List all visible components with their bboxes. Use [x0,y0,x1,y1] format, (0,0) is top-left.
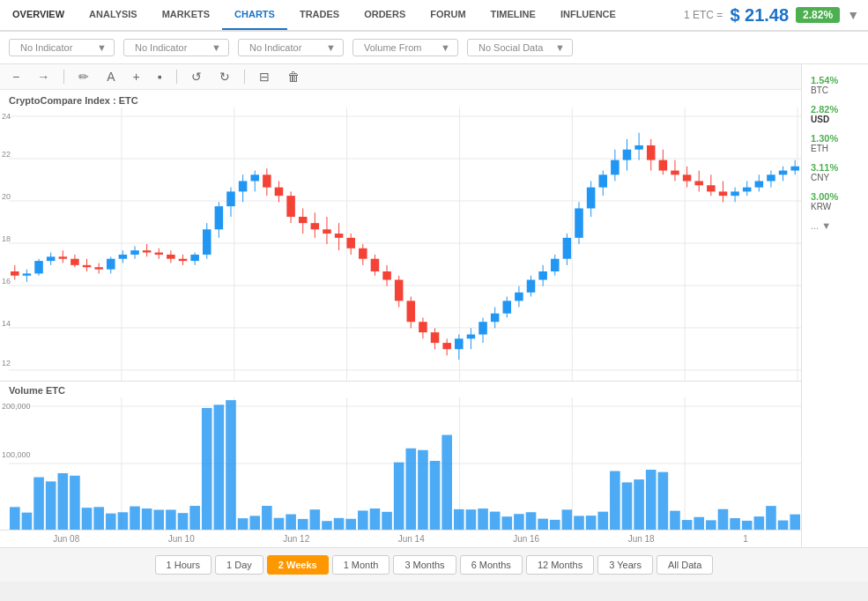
time-alldata[interactable]: All Data [657,555,714,575]
svg-rect-215 [742,521,753,530]
svg-rect-15 [11,271,19,276]
price-value: $ 21.48 [730,5,789,26]
svg-rect-27 [83,265,92,267]
svg-rect-95 [491,314,500,323]
svg-rect-194 [490,512,501,530]
tool-redo[interactable]: ↻ [216,68,234,85]
svg-rect-157 [46,481,56,530]
price-change-badge: 2.82% [796,7,840,23]
time-1hours[interactable]: 1 Hours [155,555,212,575]
tab-orders[interactable]: ORDERS [352,0,418,30]
tool-pen[interactable]: ✏ [75,68,93,85]
svg-rect-204 [610,471,620,530]
tab-analysis[interactable]: ANALYSIS [77,0,150,30]
time-1day[interactable]: 1 Day [215,555,263,575]
svg-rect-145 [790,167,799,171]
indicator-select-2[interactable]: No Indicator▼ [123,39,229,56]
price-dropdown[interactable]: ▼ [847,8,859,22]
tab-markets[interactable]: MARKETS [150,0,222,30]
indicator-select-1[interactable]: No Indicator▼ [9,39,115,56]
time-3years[interactable]: 3 Years [597,555,653,575]
main-area: − → ✏ A + ▪ ↺ ↻ ⊟ 🗑 CryptoCompare Index … [0,64,868,547]
svg-rect-25 [70,259,79,265]
vol-label-200k: 200,000 [2,402,31,411]
svg-rect-208 [658,472,669,530]
currency-cny[interactable]: 3.11% CNY [805,159,864,186]
svg-rect-109 [575,208,583,237]
currency-krw[interactable]: 3.00% KRW [805,188,864,215]
time-2weeks[interactable]: 2 Weeks [267,555,329,575]
currency-eth[interactable]: 1.30% ETH [805,130,864,157]
svg-rect-201 [574,516,584,530]
svg-rect-197 [526,512,537,530]
svg-rect-85 [431,332,440,343]
svg-rect-67 [323,229,331,234]
indicator-bar: No Indicator▼ No Indicator▼ No Indicator… [0,32,868,64]
currency-usd[interactable]: 2.82% USD [805,100,864,128]
svg-rect-33 [119,255,128,259]
svg-rect-196 [514,514,524,530]
svg-rect-51 [226,191,235,206]
svg-rect-156 [33,478,44,530]
tab-trades[interactable]: TRADES [287,0,352,30]
svg-rect-175 [262,506,272,530]
tool-plus[interactable]: + [130,68,144,85]
svg-rect-83 [419,322,427,332]
svg-rect-21 [47,256,56,261]
tab-influence[interactable]: INFLUENCE [548,0,628,30]
time-1month[interactable]: 1 Month [332,555,390,575]
svg-rect-171 [214,404,225,530]
tab-timeline[interactable]: TIMELINE [479,0,548,30]
tab-overview[interactable]: OVERVIEW [0,0,77,30]
price-chart[interactable]: 24 22 20 18 16 14 12 [0,108,801,381]
time-12months[interactable]: 12 Months [526,555,594,575]
tab-charts[interactable]: CHARTS [222,0,287,30]
svg-rect-195 [501,516,512,530]
svg-rect-87 [442,343,451,349]
svg-rect-77 [382,271,391,280]
svg-rect-165 [142,508,152,530]
svg-rect-53 [239,181,248,191]
svg-rect-193 [478,508,488,530]
svg-rect-127 [683,174,692,181]
svg-rect-113 [598,174,607,187]
svg-rect-131 [707,185,716,191]
indicator-select-4[interactable]: Volume From▼ [352,39,458,56]
svg-rect-219 [790,515,800,530]
time-6months[interactable]: 6 Months [460,555,523,575]
tab-forum[interactable]: FORUM [418,0,478,30]
svg-rect-186 [394,463,404,530]
svg-rect-29 [94,267,103,269]
top-navigation: OVERVIEW ANALYSIS MARKETS CHARTS TRADES … [0,0,868,32]
time-3months[interactable]: 3 Months [393,555,456,575]
tool-undo[interactable]: ↺ [188,68,205,85]
svg-rect-198 [538,519,548,530]
price-chart-svg [9,108,801,381]
tool-save[interactable]: ⊟ [256,68,273,85]
price-area: 1 ETC = $ 21.48 2.82% ▼ [684,5,868,26]
svg-rect-180 [322,521,332,530]
svg-rect-49 [215,206,224,229]
indicator-select-3[interactable]: No Indicator▼ [238,39,344,56]
svg-rect-37 [143,250,152,252]
tool-arrow[interactable]: → [33,68,53,85]
svg-rect-164 [130,507,140,530]
tool-delete[interactable]: 🗑 [284,68,303,85]
svg-rect-172 [226,400,236,530]
svg-rect-61 [286,196,295,217]
svg-rect-211 [694,517,704,530]
x-label-jun16: Jun 16 [513,534,539,544]
svg-rect-159 [70,476,80,530]
volume-chart-svg [9,397,801,530]
svg-rect-173 [238,518,249,530]
tool-text[interactable]: A [103,68,118,85]
svg-rect-115 [611,160,619,175]
tool-minus[interactable]: − [9,68,23,85]
indicator-select-5[interactable]: No Social Data▼ [467,39,573,56]
tool-shape[interactable]: ▪ [154,68,166,85]
currency-btc[interactable]: 1.54% BTC [805,71,864,99]
volume-chart[interactable]: 200,000 100,000 [0,397,801,530]
svg-rect-99 [515,293,523,301]
krw-name: KRW [811,202,859,211]
currency-more[interactable]: ... ▼ [805,217,864,234]
